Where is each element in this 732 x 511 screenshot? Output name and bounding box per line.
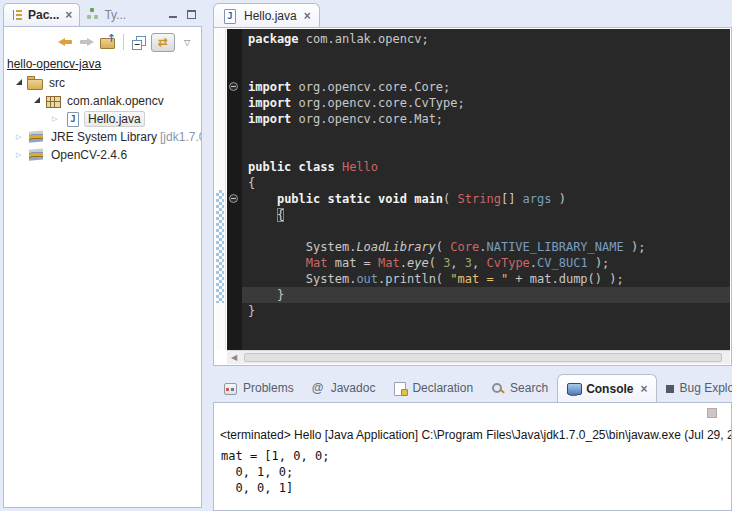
close-icon[interactable]: × — [65, 8, 72, 22]
code-text — [242, 143, 730, 159]
code-line-17[interactable]: } — [227, 287, 730, 303]
code-token: out — [356, 272, 378, 286]
code-text: System.LoadLibrary( Core.NATIVE_LIBRARY_… — [242, 239, 730, 255]
code-line-5[interactable]: import org.opencv.core.CvType; — [227, 95, 730, 111]
console-output-line: 0, 0, 1] — [221, 480, 731, 496]
code-line-2[interactable] — [227, 47, 730, 63]
console-output[interactable]: mat = [1, 0, 0; 0, 1, 0; 0, 0, 1] — [221, 448, 731, 496]
tab-label: Problems — [243, 381, 294, 395]
code-line-8[interactable] — [227, 143, 730, 159]
maximize-icon[interactable] — [187, 10, 196, 19]
code-token: org.opencv.core.Mat; — [291, 112, 443, 126]
code-token: public static void — [277, 192, 414, 206]
code-line-1[interactable]: package com.anlak.opencv; — [227, 31, 730, 47]
tab-javadoc[interactable]: Javadoc — [303, 374, 385, 402]
code-token: { — [248, 176, 255, 190]
code-token: . — [530, 256, 537, 270]
code-line-14[interactable]: System.LoadLibrary( Core.NATIVE_LIBRARY_… — [227, 239, 730, 255]
code-token: "mat = " — [450, 272, 508, 286]
go-up-icon[interactable] — [100, 36, 115, 49]
code-token: Mat — [306, 256, 328, 270]
close-icon[interactable]: × — [640, 382, 647, 396]
code-lines: package com.anlak.opencv;import org.open… — [227, 31, 730, 319]
scroll-left-arrow-icon[interactable]: ◀ — [227, 351, 241, 364]
code-line-16[interactable]: System.out.println( "mat = " + mat.dump(… — [227, 271, 730, 287]
code-token: ( — [429, 256, 443, 270]
tab-type-hierarchy[interactable]: Ty... — [80, 3, 133, 26]
back-arrow-icon[interactable] — [58, 36, 73, 48]
code-line-12[interactable]: { — [227, 207, 730, 223]
code-line-18[interactable]: } — [227, 303, 730, 319]
code-text: package com.anlak.opencv; — [242, 31, 730, 47]
tree-item-hello-java[interactable]: ▷Hello.java — [4, 110, 201, 128]
code-text: public static void main( String[] args ) — [242, 191, 730, 207]
code-text: { — [242, 175, 730, 191]
code-token: import — [248, 112, 291, 126]
code-line-13[interactable] — [227, 223, 730, 239]
scrollbar-thumb[interactable] — [244, 353, 722, 362]
expand-arrow-icon[interactable]: ▷ — [16, 146, 26, 164]
project-label[interactable]: hello-opencv-java — [7, 57, 101, 71]
fold-column-cell — [227, 303, 242, 319]
code-token: System. — [248, 240, 356, 254]
collapse-arrow-icon[interactable] — [16, 79, 22, 85]
collapse-all-icon[interactable] — [132, 36, 145, 49]
code-token: org.opencv.core.Core; — [291, 80, 450, 94]
code-line-11[interactable]: public static void main( String[] args ) — [227, 191, 730, 207]
code-line-10[interactable]: { — [227, 175, 730, 191]
link-with-editor-icon[interactable] — [151, 33, 175, 52]
editor-body: package com.anlak.opencv;import org.open… — [213, 27, 732, 366]
fold-column-cell — [227, 143, 242, 159]
tree-item-opencv-2-4-6[interactable]: ▷OpenCV-2.4.6 — [4, 146, 201, 164]
code-line-4[interactable]: import org.opencv.core.Core; — [227, 79, 730, 95]
tab-label: Bug Explorer — [679, 381, 732, 395]
tab-bug-explorer[interactable]: Bug Explorer — [657, 374, 732, 402]
fold-collapse-icon[interactable] — [229, 82, 238, 91]
tab-label: Declaration — [412, 381, 473, 395]
code-area[interactable]: package com.anlak.opencv;import org.open… — [227, 29, 730, 350]
tab-problems[interactable]: Problems — [215, 374, 303, 402]
fold-collapse-icon[interactable] — [229, 194, 238, 203]
tab-package-explorer[interactable]: Pac... × — [3, 3, 80, 26]
tree-item-jre-system-library[interactable]: ▷JRE System Library [jdk1.7.0 — [4, 128, 201, 146]
code-line-9[interactable]: public class Hello — [227, 159, 730, 175]
tab-console[interactable]: Console× — [557, 374, 657, 402]
code-token: String — [458, 192, 501, 206]
editor-panel: Hello.java × package com.anlak.opencv;im… — [213, 3, 732, 366]
code-line-15[interactable]: Mat mat = Mat.eye( 3, 3, CvType.CV_8UC1 … — [227, 255, 730, 271]
tree-item-decoration: [jdk1.7.0 — [160, 130, 202, 144]
editor-tab-hello-java[interactable]: Hello.java × — [213, 3, 320, 27]
tab-search[interactable]: Search — [482, 374, 557, 402]
view-window-buttons — [169, 9, 196, 19]
expand-arrow-icon[interactable]: ▷ — [16, 128, 26, 146]
tab-declaration[interactable]: Declaration — [384, 374, 482, 402]
console-header: <terminated> Hello [Java Application] C:… — [220, 428, 731, 442]
code-token: [] — [501, 192, 523, 206]
minimize-icon[interactable] — [169, 9, 178, 19]
code-line-7[interactable] — [227, 127, 730, 143]
horizontal-scrollbar[interactable]: ◀ — [227, 350, 730, 364]
editor-tabrow: Hello.java × — [213, 3, 732, 27]
collapse-arrow-icon[interactable] — [34, 97, 40, 103]
expand-arrow-icon[interactable]: ▷ — [52, 110, 62, 128]
console-toolbar-button[interactable] — [707, 408, 717, 418]
tree-item-src[interactable]: src — [4, 74, 201, 92]
forward-arrow-icon[interactable] — [79, 36, 94, 48]
fold-column-cell — [227, 95, 242, 111]
fold-column-cell — [227, 255, 242, 271]
code-line-3[interactable] — [227, 63, 730, 79]
console-icon — [567, 382, 581, 395]
code-text — [242, 47, 730, 63]
code-text: } — [242, 303, 730, 319]
code-line-6[interactable]: import org.opencv.core.Mat; — [227, 111, 730, 127]
fold-column-cell — [227, 287, 242, 303]
code-text: Mat mat = Mat.eye( 3, 3, CvType.CV_8UC1 … — [242, 255, 730, 271]
tab-label: Search — [510, 381, 548, 395]
code-token: mat = — [327, 256, 378, 270]
close-icon[interactable]: × — [304, 9, 311, 23]
toolbar-separator — [123, 34, 124, 50]
code-token: System. — [248, 272, 356, 286]
view-menu-icon[interactable]: ▽ — [181, 33, 193, 52]
tree-item-com-anlak-opencv[interactable]: com.anlak.opencv — [4, 92, 201, 110]
package-explorer-toolbar: ▽ — [4, 27, 201, 53]
